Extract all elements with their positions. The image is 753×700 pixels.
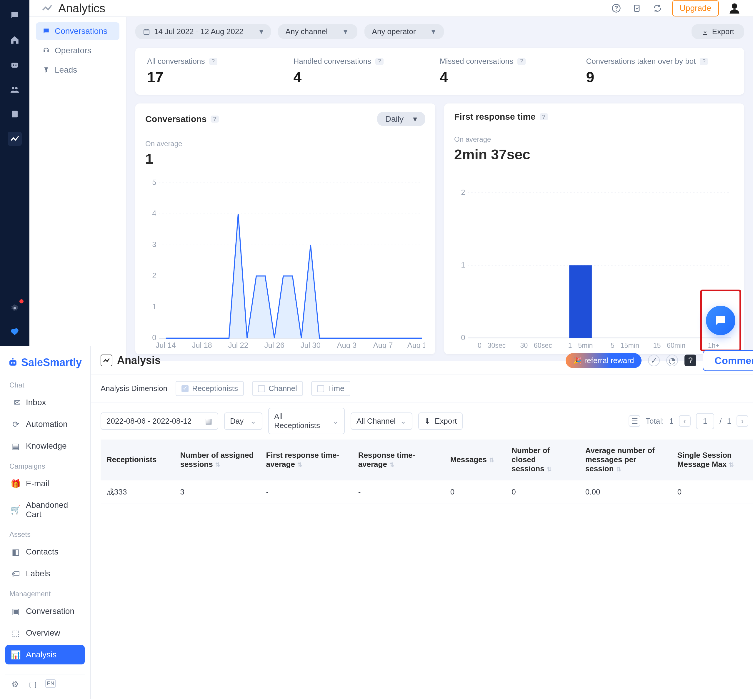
channel-select[interactable]: All Channel ⌄	[351, 413, 412, 430]
rail-analytics-icon[interactable]	[8, 132, 22, 146]
language-icon[interactable]: EN	[45, 679, 56, 688]
page-sep: /	[719, 416, 722, 426]
pie-icon[interactable]: ◔	[666, 355, 678, 366]
help-square-icon[interactable]: ?	[684, 355, 696, 366]
col-response-avg[interactable]: Response time-average⇅	[352, 440, 444, 480]
sidebar-item-inbox[interactable]: ✉ Inbox	[5, 393, 85, 412]
svg-rect-5	[12, 111, 18, 118]
page-title-text: Analysis	[117, 354, 161, 366]
cell: 0.00	[580, 480, 672, 504]
sidebar-item-labels[interactable]: 🏷 Labels	[5, 564, 85, 583]
col-single-session-max[interactable]: Single Session Message Max⇅	[672, 440, 753, 480]
help-badge[interactable]: ?	[517, 58, 526, 65]
table-row[interactable]: 成333 3 - - 0 0 0.00 0 19h 39	[101, 480, 753, 504]
col-closed-sessions[interactable]: Number of closed sessions⇅	[506, 440, 579, 480]
settings-icon[interactable]: ⚙	[10, 679, 20, 689]
sidebar-item-automation[interactable]: ⟳ Automation	[5, 415, 85, 434]
current-page-input[interactable]: 1	[696, 413, 714, 429]
columns-toggle-icon[interactable]: ☰	[629, 415, 641, 427]
receptionists-select[interactable]: All Receptionists ⌄	[268, 408, 345, 434]
help-badge[interactable]: ?	[700, 58, 708, 65]
col-first-response-avg[interactable]: First response time-average⇅	[260, 440, 352, 480]
rail-contact-icon[interactable]	[8, 107, 22, 121]
svg-text:2: 2	[461, 187, 465, 197]
rail-brand-icon[interactable]	[8, 326, 22, 340]
export-button[interactable]: Export	[692, 24, 744, 39]
account-icon[interactable]	[728, 2, 741, 15]
next-page-button[interactable]: ›	[737, 415, 748, 427]
col-receptionists[interactable]: Receptionists	[101, 440, 174, 480]
rail-settings-icon[interactable]	[8, 301, 22, 315]
sidebar-item-email[interactable]: 🎁 E-mail	[5, 474, 85, 493]
check-circle-icon[interactable]: ✓	[648, 355, 660, 366]
sidebar-item-leads[interactable]: Leads	[36, 61, 119, 79]
rail-bot-icon[interactable]	[8, 58, 22, 72]
help-badge[interactable]: ?	[211, 115, 219, 123]
svg-point-46	[11, 362, 12, 364]
knowledge-icon: ▤	[11, 441, 20, 451]
col-messages[interactable]: Messages⇅	[444, 440, 506, 480]
calendar-icon: ▦	[205, 416, 212, 426]
col-assigned-sessions[interactable]: Number of assigned sessions⇅	[174, 440, 260, 480]
section-label-chat: Chat	[5, 377, 85, 390]
upgrade-button[interactable]: Upgrade	[672, 0, 719, 16]
sidebar-item-conversations[interactable]: Conversations	[36, 22, 119, 40]
sidebar-item-operators[interactable]: Operators	[36, 42, 119, 59]
help-badge[interactable]: ?	[540, 113, 548, 120]
svg-text:0: 0	[152, 334, 156, 341]
sidebar-item-conversation[interactable]: ▣ Conversation	[5, 602, 85, 621]
help-icon[interactable]	[610, 2, 622, 14]
rail-home-icon[interactable]	[8, 33, 22, 47]
granularity-select[interactable]: Day ⌄	[224, 413, 262, 430]
clipboard-icon[interactable]	[631, 2, 643, 14]
dimension-time-chip[interactable]: Time	[311, 381, 350, 396]
svg-point-2	[15, 64, 16, 65]
operator-filter-label: Any operator	[372, 27, 416, 36]
refresh-icon[interactable]	[651, 2, 663, 14]
export-button[interactable]: ⬇ Export	[418, 413, 463, 430]
sidebar-item-label: Contacts	[26, 547, 59, 557]
referral-label: referral reward	[584, 356, 634, 365]
channel-filter[interactable]: Any channel ▾	[278, 24, 358, 39]
cell: -	[352, 480, 444, 504]
sidebar-item-knowledge[interactable]: ▤ Knowledge	[5, 436, 85, 456]
date-range-input[interactable]: 2022-08-06 - 2022-08-12 ▦	[101, 413, 218, 430]
brand[interactable]: SaleSmartly	[5, 353, 85, 374]
dimension-receptionists-chip[interactable]: Receptionists	[176, 381, 244, 396]
col-avg-msgs-per-session[interactable]: Average number of messages per session⇅	[580, 440, 672, 480]
analysis-icon: 📊	[11, 650, 20, 660]
help-badge[interactable]: ?	[375, 58, 384, 65]
device-icon[interactable]: ▢	[28, 679, 37, 689]
total-value: 1	[669, 416, 673, 426]
svg-text:3: 3	[152, 240, 156, 248]
analysis-table: Receptionists Number of assigned session…	[91, 440, 753, 504]
first-response-panel: First response time? On average 2min 37s…	[444, 103, 744, 354]
help-badge[interactable]: ?	[209, 58, 217, 65]
calendar-icon	[143, 28, 150, 35]
sidebar-item-abandoned-cart[interactable]: 🛒 Abandoned Cart	[5, 496, 85, 524]
section-label-campaigns: Campaigns	[5, 458, 85, 472]
average-label: On average	[454, 135, 734, 143]
dimension-channel-chip[interactable]: Channel	[252, 381, 303, 396]
left-rail	[0, 0, 30, 346]
sidebar-item-overview[interactable]: ⬚ Overview	[5, 623, 85, 643]
period-select[interactable]: Daily▾	[377, 112, 425, 126]
referral-reward-chip[interactable]: 🎉 referral reward	[566, 353, 642, 368]
cell: 0	[506, 480, 579, 504]
cell: 0	[672, 480, 753, 504]
bottom-header: Analysis 🎉 referral reward ✓ ◔ ? Commerc…	[91, 346, 753, 375]
chat-widget-button[interactable]	[706, 306, 735, 335]
svg-text:5: 5	[152, 178, 156, 186]
brand-logo-icon	[8, 356, 18, 369]
stat-value: 9	[586, 69, 733, 86]
export-label: Export	[712, 27, 734, 36]
commercial-button[interactable]: Commercial	[703, 350, 753, 371]
sidebar-item-analysis[interactable]: 📊 Analysis	[5, 645, 85, 664]
date-range-filter[interactable]: 14 Jul 2022 - 12 Aug 2022 ▾	[135, 24, 271, 39]
rail-people-icon[interactable]	[8, 82, 22, 97]
rail-chat-icon[interactable]	[8, 8, 22, 22]
operator-filter[interactable]: Any operator ▾	[364, 24, 444, 39]
prev-page-button[interactable]: ‹	[679, 415, 691, 427]
sidebar-item-contacts[interactable]: ◧ Contacts	[5, 542, 85, 561]
cell: 0	[444, 480, 506, 504]
